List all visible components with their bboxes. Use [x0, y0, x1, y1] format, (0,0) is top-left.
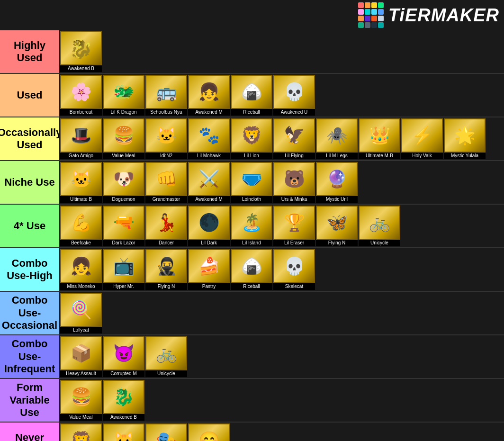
- list-item[interactable]: 🍔 Value Meal: [60, 380, 102, 421]
- item-label: Idi:N2: [145, 153, 187, 159]
- item-icon: 🌸: [71, 82, 92, 102]
- list-item[interactable]: 👧 Miss Moneko: [60, 249, 102, 290]
- item-image: 🦁: [231, 118, 272, 153]
- item-icon: 📺: [113, 256, 135, 276]
- tier-items-combo-occasional: 🍭 Lollycat: [59, 292, 504, 334]
- item-icon: 🌟: [454, 126, 476, 145]
- list-item[interactable]: 👊 Grandmaster: [145, 162, 187, 203]
- list-item[interactable]: 🥷 Flying N: [145, 249, 187, 290]
- list-item[interactable]: 🐶 Doguemon: [103, 162, 144, 203]
- tier-row-combo-infrequent: Combo Use-Infrequent 📦 Heavy Assault 😈 C…: [0, 335, 504, 379]
- list-item[interactable]: 🐉 Awakened B: [103, 380, 144, 421]
- tier-items-occasionally-used: 🎩 Gato Amigo 🍔 Value Meal 🐱 Idi:N2 🐾 Lil…: [59, 117, 504, 160]
- list-item[interactable]: 🎭 Filibuster Y: [145, 423, 187, 441]
- item-icon: 🍙: [241, 82, 262, 102]
- list-item[interactable]: 🩲 Loincloth: [231, 162, 272, 203]
- tier-label-combo-infrequent: Combo Use-Infrequent: [0, 335, 59, 378]
- list-item[interactable]: 😈 Corrupted M: [103, 336, 144, 377]
- item-label: Dancer: [145, 240, 187, 246]
- item-image: 💪: [60, 206, 102, 240]
- item-icon: 🥷: [156, 256, 177, 276]
- item-icon: 🦁: [241, 126, 262, 145]
- item-image: 🦅: [273, 118, 315, 153]
- list-item[interactable]: 💀 Skelecat: [273, 249, 315, 290]
- item-image: 🍔: [60, 380, 102, 414]
- tier-row-occasionally-used: Occasionally Used 🎩 Gato Amigo 🍔 Value M…: [0, 117, 504, 161]
- list-item[interactable]: 🦁 Lil Lion: [231, 118, 272, 159]
- list-item[interactable]: 🔫 Dark Lazor: [103, 206, 144, 246]
- item-image: 🐱: [145, 118, 187, 153]
- list-item[interactable]: 📦 Heavy Assault: [60, 336, 102, 377]
- tiermaker-logo: TiERMAKER: [358, 2, 499, 28]
- item-image: 🎩: [60, 118, 102, 153]
- list-item[interactable]: ⚡ Holy Valk: [401, 118, 443, 159]
- item-label: Flying N: [316, 240, 358, 246]
- list-item[interactable]: 🍔 Value Meal: [103, 118, 144, 159]
- list-item[interactable]: 🏆 Lil Eraser: [273, 206, 315, 246]
- list-item[interactable]: 🦋 Flying N: [316, 206, 358, 246]
- tier-row-four-star: 4* Use 💪 Beefcake 🔫 Dark Lazor 💃 Dancer …: [0, 205, 504, 248]
- item-icon: 🐶: [113, 169, 135, 189]
- item-label: Bombercat: [60, 109, 102, 116]
- list-item[interactable]: 🐻 Urs & Minka: [273, 162, 315, 203]
- list-item[interactable]: 💀 Awakened U: [273, 75, 315, 116]
- item-label: Heavy Assault: [60, 370, 102, 377]
- list-item[interactable]: 🐉 Awakened B: [60, 31, 102, 72]
- list-item[interactable]: 🏝️ Lil Island: [231, 206, 272, 246]
- list-item[interactable]: ⚔️ Awakened M: [188, 162, 230, 203]
- list-item[interactable]: 🍙 Riceball: [231, 249, 272, 290]
- item-label: Beefcake: [60, 240, 102, 246]
- list-item[interactable]: 🌑 Lil Dark: [188, 206, 230, 246]
- item-label: Pastry: [188, 283, 230, 290]
- list-item[interactable]: 🌸 Bombercat: [60, 75, 102, 116]
- list-item[interactable]: 🚲 Unicycle: [359, 206, 400, 246]
- list-item[interactable]: 🔮 Mystic Uril: [316, 162, 358, 203]
- item-label: Lil Dark: [188, 240, 230, 246]
- list-item[interactable]: 👧 Awakened M: [188, 75, 230, 116]
- list-item[interactable]: 🚲 Unicycle: [145, 336, 187, 377]
- item-image: 😈: [103, 336, 144, 370]
- list-item[interactable]: 🍰 Pastry: [188, 249, 230, 290]
- list-item[interactable]: 🍙 Riceball: [231, 75, 272, 116]
- item-label: Ultimate B: [60, 196, 102, 203]
- list-item[interactable]: 🐲 Lil K Dragon: [103, 75, 144, 116]
- item-label: Value Meal: [103, 153, 144, 159]
- list-item[interactable]: 🐾 Lil Mohawk: [188, 118, 230, 159]
- item-icon: 🔮: [326, 169, 348, 189]
- item-icon: 😈: [113, 343, 135, 363]
- list-item[interactable]: 💃 Dancer: [145, 206, 187, 246]
- item-icon: 🦅: [284, 126, 305, 145]
- list-item[interactable]: 💪 Beefcake: [60, 206, 102, 246]
- list-item[interactable]: 🐱 Ultimate B: [60, 162, 102, 203]
- item-label: Lil Mohawk: [188, 153, 230, 159]
- item-icon: 💃: [156, 213, 177, 233]
- item-icon: 👧: [71, 256, 92, 276]
- list-item[interactable]: 😺 Cat God the A: [103, 423, 144, 441]
- list-item[interactable]: 🕷️ Lil M Legs: [316, 118, 358, 159]
- item-image: 🐉: [103, 380, 144, 414]
- item-label: Dark Lazor: [103, 240, 144, 246]
- list-item[interactable]: 🚌 Schoolbus Nya: [145, 75, 187, 116]
- item-icon: 🏆: [284, 213, 305, 233]
- list-item[interactable]: 👑 Ultimate M-B: [359, 118, 400, 159]
- item-icon: 🍔: [113, 126, 135, 145]
- item-icon: 🐉: [113, 387, 135, 407]
- list-item[interactable]: 🦁 Brah: [60, 423, 102, 441]
- item-label: Schoolbus Nya: [145, 109, 187, 116]
- item-image: 🐉: [60, 31, 102, 65]
- list-item[interactable]: 😊 Lil Jamiera: [188, 423, 230, 441]
- item-image: 🍙: [231, 75, 272, 109]
- item-image: 🚲: [145, 336, 187, 370]
- item-icon: 🍔: [71, 387, 92, 407]
- list-item[interactable]: 🐱 Idi:N2: [145, 118, 187, 159]
- item-label: Awakened B: [60, 65, 102, 72]
- item-image: 👧: [60, 249, 102, 283]
- tier-label-never-used: Never Used: [0, 423, 59, 441]
- list-item[interactable]: 🎩 Gato Amigo: [60, 118, 102, 159]
- list-item[interactable]: 🍭 Lollycat: [60, 293, 102, 333]
- list-item[interactable]: 🌟 Mystic Yulala: [444, 118, 486, 159]
- item-image: 🩲: [231, 162, 272, 196]
- list-item[interactable]: 📺 Hyper Mr.: [103, 249, 144, 290]
- list-item[interactable]: 🦅 Lil Flying: [273, 118, 315, 159]
- tier-row-combo-high: Combo Use-High 👧 Miss Moneko 📺 Hyper Mr.…: [0, 248, 504, 292]
